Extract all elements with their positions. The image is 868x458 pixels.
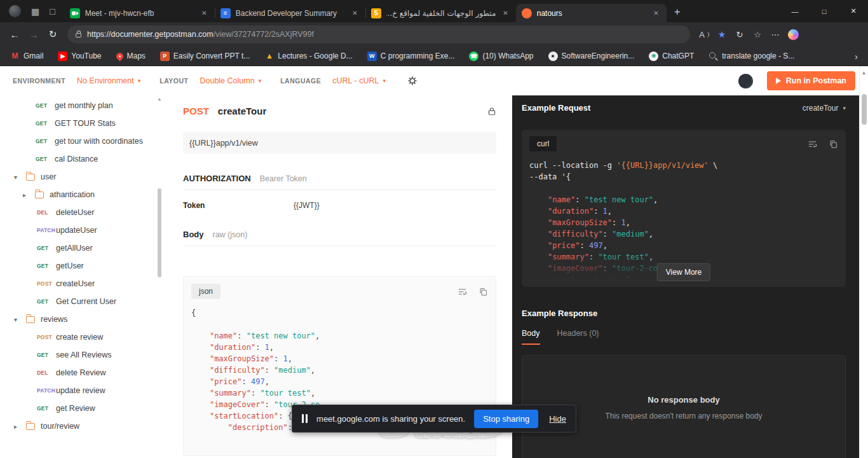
profile-avatar[interactable] [9,5,21,17]
language-select[interactable]: cURL - cURL▾ [332,76,386,85]
code-line: "name": "test new tour", [191,330,488,342]
read-aloud-icon[interactable]: A [695,25,713,43]
sidebar-request-get-monthly-plan[interactable]: GETget monthly plan [0,97,165,114]
tab-google-meet[interactable]: Meet - mjv-hwcn-efb ✕ [64,4,215,22]
favorite-star-icon[interactable]: ★ [713,25,731,43]
copilot-icon[interactable] [784,25,802,43]
favorites-icon[interactable]: ☆ [749,25,766,43]
bookmark-word-doc[interactable]: WC programming Exe... [367,52,455,61]
bookmark-drive[interactable]: ▲Lectures - Google D... [264,52,352,61]
sidebar-scrollbar[interactable]: ▲ [156,97,163,458]
hide-banner-button[interactable]: Hide [549,414,566,424]
bookmark-maps-pin[interactable]: Maps [116,52,146,60]
sidebar-request-deleteuser[interactable]: DELdeleteUser [0,204,165,221]
settings-gear-icon[interactable] [407,76,417,86]
body-heading: Body [183,230,204,239]
language-chip-json[interactable]: json [191,284,220,299]
request-label: getUser [56,261,84,270]
wrap-text-icon[interactable] [458,287,467,296]
tab-response-body[interactable]: Body [522,329,540,345]
environment-select[interactable]: No Environment▾ [77,76,140,85]
example-request-selector[interactable]: createTour▾ [803,104,846,113]
tab-response-headers[interactable]: Headers (0) [557,329,599,345]
run-in-postman-button[interactable]: Run in Postman [767,71,855,90]
sidebar-request-get-tour-wiith-coordinates[interactable]: GETget tour wiith coordinates [0,132,165,150]
layout-label: LAYOUT [159,77,188,85]
workspaces-icon[interactable]: ▦ [31,7,39,16]
sidebar-folder-reviews[interactable]: ▾reviews [0,310,165,328]
search-icon [709,52,718,61]
bookmark-ppt[interactable]: PEasily Convert PPT t... [160,52,250,61]
maximize-button[interactable]: □ [810,0,839,22]
request-detail-panel: POST createTour {{URL}}app/v1/view AUTHO… [165,95,512,458]
close-window-button[interactable]: ✕ [839,0,868,22]
screen-share-banner: meet.google.com is sharing your screen. … [292,405,576,433]
scrollbar-thumb[interactable] [158,188,161,277]
tab-natours[interactable]: natours ✕ [516,4,667,22]
layout-select[interactable]: Double Column▾ [200,76,261,85]
tab-backend-summary[interactable]: ≡ Backend Developer Summary ✕ [215,4,365,22]
maps-pin-icon [114,51,125,61]
language-chip-curl[interactable]: curl [529,136,557,151]
close-tab-icon[interactable]: ✕ [200,8,208,18]
sidebar-request-getalluser[interactable]: GETgetAllUser [0,239,165,257]
minimize-button[interactable]: — [780,0,810,22]
scroll-up-arrow[interactable]: ▲ [156,97,163,101]
bookmark-gmail[interactable]: MGmail [10,52,43,61]
bookmarks-overflow-chevron[interactable]: › [855,51,858,62]
address-bar[interactable]: https://documenter.getpostman.com/view/3… [67,25,690,43]
bookmark-whatsapp[interactable]: ☎(10) WhatsApp [469,52,533,61]
browser-toolbar: ← → ↻ https://documenter.getpostman.com/… [0,22,868,46]
tab-arabic-page[interactable]: 5 متطور الوجهات الخلفية لمواقع خ... ✕ [365,4,516,22]
sidebar-request-createuser[interactable]: POSTcreateUser [0,275,165,293]
sidebar-request-get-tour-stats[interactable]: GETGET TOUR Stats [0,114,165,132]
method-badge: GET [37,298,56,305]
sidebar-request-see-all-reviews[interactable]: GETsee All Reviews [0,346,165,364]
bookmark-search[interactable]: translate google - S... [709,52,794,61]
sidebar-request-get-current-user[interactable]: GETGet Current User [0,293,165,310]
copy-icon[interactable] [478,287,488,296]
bookmark-github[interactable]: ●SoftwareEngineerin... [548,52,635,61]
reload-device-icon[interactable]: ↻ [731,25,749,43]
selector-value: createTour [803,104,839,113]
close-tab-icon[interactable]: ✕ [350,8,359,18]
sidebar-request-getuser[interactable]: GETgetUser [0,257,165,275]
bookmark-chatgpt[interactable]: ✳ChatGPT [649,52,694,61]
sidebar-request-update-review[interactable]: PATCHupdate review [0,382,165,399]
lock-icon [76,33,81,38]
scrollbar-thumb[interactable] [862,94,867,125]
new-tab-button[interactable]: + [674,6,681,18]
youtube-icon: ▶ [58,52,67,61]
sidebar-request-create-review[interactable]: POSTcreate review [0,328,165,346]
stop-sharing-button[interactable]: Stop sharing [474,410,538,428]
dark-mode-toggle-moon-icon[interactable] [738,74,753,88]
sidebar-folder-tour-review[interactable]: ▸tour/review [0,417,165,435]
code-line [191,319,488,330]
sidebar-request-get-review[interactable]: GETget Review [0,399,165,417]
sidebar-request-cal-distance[interactable]: GETcal Distance [0,150,165,168]
back-button[interactable]: ← [5,25,24,44]
bookmark-label: ChatGPT [662,52,694,60]
method-badge: GET [37,352,56,358]
copy-icon[interactable] [829,139,838,149]
sound-waves-icon [706,32,709,38]
wrap-text-icon[interactable] [808,139,817,149]
sidebar-request-updateuser[interactable]: PATCHupdateUser [0,221,165,239]
view-more-button[interactable]: View More [657,263,710,281]
sidebar-folder-athantication[interactable]: ▸athantication [0,186,165,204]
method-badge: GET [37,405,56,412]
request-label: deleteUser [56,208,94,217]
scroll-up-arrow[interactable]: ▲ [860,66,868,76]
refresh-button[interactable]: ↻ [43,25,62,44]
tab-actions-icon[interactable]: □ [50,7,55,16]
forward-button[interactable]: → [24,25,43,44]
page-scrollbar[interactable]: ▲ [859,66,868,458]
more-menu-icon[interactable]: ⋯ [766,25,784,43]
chevron-down-icon: ▾ [14,316,23,323]
sidebar-folder-user[interactable]: ▾user [0,168,165,186]
sidebar-request-delete-review[interactable]: DELdelete Review [0,364,165,382]
language-label: LANGUAGE [280,77,321,85]
bookmark-youtube[interactable]: ▶YouTube [58,52,101,61]
close-tab-icon[interactable]: ✕ [651,8,660,18]
close-tab-icon[interactable]: ✕ [501,8,510,18]
